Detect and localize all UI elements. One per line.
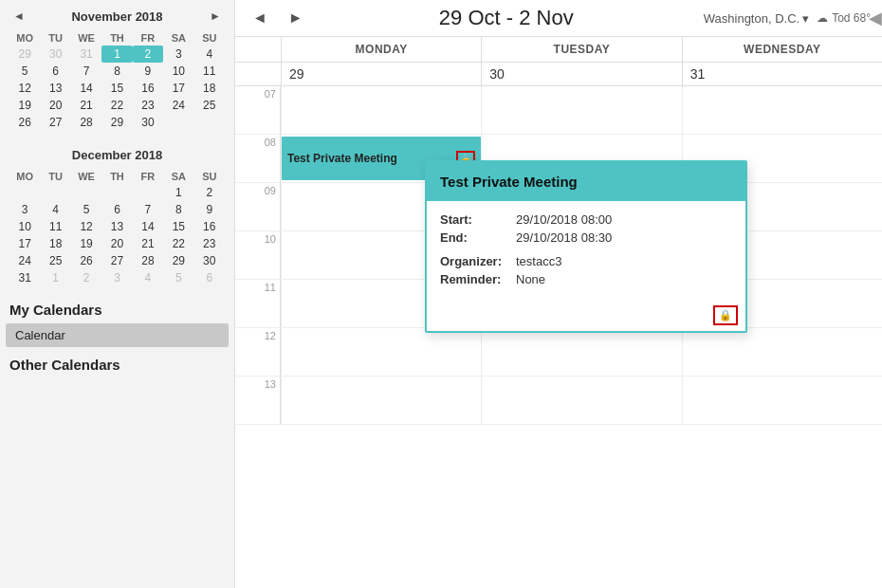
dec-day-cell[interactable]: 16 [194,218,225,235]
dec-day-cell[interactable]: 13 [101,218,132,235]
dec-day-cell[interactable]: 3 [101,269,132,286]
dec-day-cell[interactable]: 14 [133,218,163,235]
dec-day-cell[interactable]: 2 [194,184,225,201]
dec-day-cell[interactable]: 5 [163,269,193,286]
dec-day-cell[interactable]: 1 [163,184,193,201]
popup-header: Test Private Meeting [427,162,745,201]
dec-day-cell[interactable] [40,184,70,201]
nov-day-cell[interactable]: 13 [40,80,70,97]
dec-day-cell[interactable]: 9 [194,201,225,218]
nov-day-cell[interactable]: 22 [101,97,132,114]
nov-day-cell[interactable]: 28 [71,114,101,131]
nov-day-cell[interactable] [194,114,225,131]
dec-day-cell[interactable] [133,184,163,201]
dec-day-cell[interactable]: 24 [9,252,40,269]
dec-day-cell[interactable] [71,184,101,201]
nov-day-cell[interactable]: 11 [194,63,225,80]
november-next-button[interactable]: ► [206,8,225,25]
nov-day-cell[interactable]: 23 [133,97,163,114]
november-prev-button[interactable]: ◄ [9,8,28,25]
nov-day-cell[interactable]: 25 [194,97,225,114]
day-header-mo: MO [9,30,40,46]
calendar-item[interactable]: Calendar [6,323,229,347]
dec-day-cell[interactable]: 3 [9,201,40,218]
nov-day-cell[interactable]: 8 [101,63,132,80]
nov-day-cell[interactable]: 9 [133,63,163,80]
dec-day-cell[interactable]: 1 [40,269,70,286]
wednesday-13-cell[interactable] [682,377,882,424]
dec-day-cell[interactable]: 6 [101,201,132,218]
dec-day-cell[interactable]: 5 [71,201,101,218]
dec-day-cell[interactable]: 29 [163,252,193,269]
nov-day-cell[interactable]: 12 [9,80,40,97]
nov-day-cell[interactable]: 3 [163,46,193,63]
tuesday-07-cell[interactable] [481,86,681,134]
dec-day-cell[interactable]: 15 [163,218,193,235]
nov-day-cell[interactable]: 14 [71,80,101,97]
nov-day-cell[interactable]: 19 [9,97,40,114]
dec-day-cell[interactable] [9,184,40,201]
next-week-button[interactable]: ► [283,8,309,28]
dec-day-cell[interactable]: 30 [194,252,225,269]
dec-day-cell[interactable]: 22 [163,235,193,252]
dec-day-cell[interactable]: 19 [71,235,101,252]
nov-day-cell[interactable]: 15 [101,80,132,97]
dec-day-cell[interactable]: 6 [194,269,225,286]
nov-day-cell[interactable]: 4 [194,46,225,63]
nov-day-cell[interactable]: 26 [9,114,40,131]
nov-day-cell[interactable]: 18 [194,80,225,97]
dec-day-cell[interactable]: 31 [9,269,40,286]
dec-day-cell[interactable]: 23 [194,235,225,252]
tuesday-12-cell[interactable] [481,328,681,376]
dec-day-cell[interactable]: 8 [163,201,193,218]
dec-day-cell[interactable]: 26 [71,252,101,269]
nov-day-cell[interactable]: 30 [133,114,163,131]
nov-day-cell[interactable]: 2 [133,46,163,63]
nov-day-cell[interactable]: 1 [101,46,132,63]
main-calendar-area: ◄ ► 29 Oct - 2 Nov Washington, D.C. ▾ ☁ … [235,0,882,588]
dec-day-cell[interactable]: 10 [9,218,40,235]
nov-day-cell[interactable]: 29 [9,46,40,63]
popup-lock-button[interactable]: 🔒 [713,305,738,325]
dec-day-cell[interactable]: 11 [40,218,70,235]
nov-day-cell[interactable]: 20 [40,97,70,114]
dec-day-cell[interactable]: 17 [9,235,40,252]
weather-cloud-icon: ☁ [817,11,828,25]
nov-day-cell[interactable]: 17 [163,80,193,97]
nov-day-cell[interactable]: 30 [40,46,70,63]
dec-day-cell[interactable]: 25 [40,252,70,269]
weather-text: Tod 68° [832,11,871,25]
monday-12-cell[interactable] [281,328,481,376]
dec-day-cell[interactable] [101,184,132,201]
location-button[interactable]: Washington, D.C. ▾ [704,11,809,26]
dec-day-cell[interactable]: 4 [133,269,163,286]
dec-day-cell[interactable]: 18 [40,235,70,252]
nov-day-cell[interactable]: 6 [40,63,70,80]
prev-week-button[interactable]: ◄ [247,8,273,28]
dec-day-cell[interactable]: 7 [133,201,163,218]
nov-day-cell[interactable]: 10 [163,63,193,80]
wednesday-12-cell[interactable] [682,328,882,376]
nov-day-cell[interactable]: 24 [163,97,193,114]
monday-13-cell[interactable] [281,377,481,424]
nov-day-cell[interactable] [163,114,193,131]
dec-day-cell[interactable]: 2 [71,269,101,286]
nov-day-cell[interactable]: 27 [40,114,70,131]
nov-day-cell[interactable]: 5 [9,63,40,80]
nov-day-cell[interactable]: 21 [71,97,101,114]
dec-day-cell[interactable]: 20 [101,235,132,252]
dec-day-cell[interactable]: 4 [40,201,70,218]
monday-07-cell[interactable] [281,86,481,134]
dec-day-cell[interactable]: 21 [133,235,163,252]
dec-day-cell[interactable]: 27 [101,252,132,269]
nov-day-cell[interactable]: 31 [71,46,101,63]
nov-day-cell[interactable]: 29 [101,114,132,131]
location-weather: Washington, D.C. ▾ ☁ Tod 68° [704,11,871,26]
tuesday-13-cell[interactable] [481,377,681,424]
collapse-sidebar-button[interactable]: ◀ [869,8,882,28]
dec-day-cell[interactable]: 28 [133,252,163,269]
nov-day-cell[interactable]: 16 [133,80,163,97]
nov-day-cell[interactable]: 7 [71,63,101,80]
wednesday-07-cell[interactable] [682,86,882,134]
dec-day-cell[interactable]: 12 [71,218,101,235]
